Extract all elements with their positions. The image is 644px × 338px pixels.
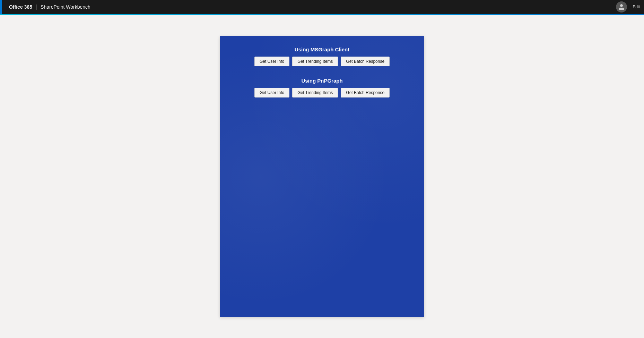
nav-right-section: Edit <box>616 1 640 12</box>
msgraph-get-batch-response-button[interactable]: Get Batch Response <box>341 57 390 66</box>
msgraph-button-group: Get User Info Get Trending Items Get Bat… <box>254 57 390 66</box>
user-icon <box>618 3 625 10</box>
msgraph-get-trending-items-button[interactable]: Get Trending Items <box>292 57 338 66</box>
pnpgraph-button-group: Get User Info Get Trending Items Get Bat… <box>254 88 390 98</box>
main-content: Using MSGraph Client Get User Info Get T… <box>0 15 644 338</box>
nav-divider: | <box>36 4 37 10</box>
office365-label: Office 365 <box>9 4 32 10</box>
pnpgraph-section-title: Using PnPGraph <box>234 78 410 84</box>
edit-label[interactable]: Edit <box>633 5 640 9</box>
brand-bar <box>0 0 2 14</box>
workbench-label: SharePoint Workbench <box>41 4 90 10</box>
section-divider <box>234 72 410 72</box>
msgraph-get-user-info-button[interactable]: Get User Info <box>254 57 289 66</box>
pnpgraph-get-trending-items-button[interactable]: Get Trending Items <box>292 88 338 98</box>
msgraph-section-title: Using MSGraph Client <box>234 47 410 52</box>
pnpgraph-get-batch-response-button[interactable]: Get Batch Response <box>341 88 390 98</box>
webpart-card: Using MSGraph Client Get User Info Get T… <box>220 36 424 317</box>
avatar[interactable] <box>616 1 627 12</box>
top-navigation: Office 365 | SharePoint Workbench Edit <box>0 0 644 14</box>
pnpgraph-get-user-info-button[interactable]: Get User Info <box>254 88 289 98</box>
